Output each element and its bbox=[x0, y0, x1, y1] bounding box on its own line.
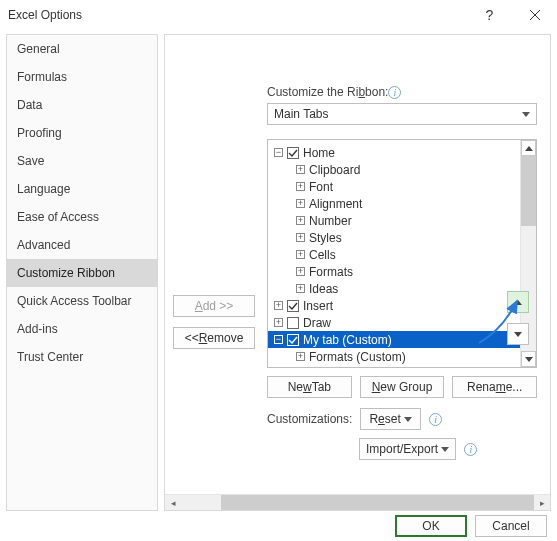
expand-icon[interactable]: + bbox=[274, 318, 283, 327]
tree-item-formats[interactable]: +Formats bbox=[268, 263, 520, 280]
scroll-left-button[interactable]: ◂ bbox=[165, 495, 181, 511]
info-icon[interactable]: i bbox=[464, 443, 477, 456]
dialog-footer: OK Cancel bbox=[0, 511, 557, 541]
tree-item-font[interactable]: +Font bbox=[268, 178, 520, 195]
sidebar-item-formulas[interactable]: Formulas bbox=[7, 63, 157, 91]
titlebar: Excel Options ? bbox=[0, 0, 557, 30]
chevron-down-icon bbox=[441, 447, 449, 452]
tree-item-number[interactable]: +Number bbox=[268, 212, 520, 229]
expand-icon[interactable]: + bbox=[296, 216, 305, 225]
expand-icon[interactable]: + bbox=[296, 284, 305, 293]
expand-icon[interactable]: + bbox=[296, 199, 305, 208]
remove-button[interactable]: << Remove bbox=[173, 327, 255, 349]
tab-action-buttons: New Tab New Group Rename... bbox=[267, 376, 537, 398]
cancel-button[interactable]: Cancel bbox=[475, 515, 547, 537]
tree-item-styles[interactable]: +Styles bbox=[268, 229, 520, 246]
expand-icon[interactable]: + bbox=[296, 250, 305, 259]
category-sidebar: General Formulas Data Proofing Save Lang… bbox=[6, 34, 158, 511]
customizations-row: Customizations: Reset i bbox=[267, 408, 537, 430]
main-area: General Formulas Data Proofing Save Lang… bbox=[0, 30, 557, 511]
content-panel: Add >> << Remove Customize the Ribbon:i … bbox=[164, 34, 551, 511]
expand-icon[interactable]: + bbox=[296, 165, 305, 174]
expand-icon[interactable]: + bbox=[296, 233, 305, 242]
sidebar-item-general[interactable]: General bbox=[7, 35, 157, 63]
add-remove-group: Add >> << Remove bbox=[173, 295, 255, 349]
import-export-button[interactable]: Import/Export bbox=[359, 438, 456, 460]
new-tab-button[interactable]: New Tab bbox=[267, 376, 352, 398]
content-horizontal-scrollbar[interactable]: ◂ ▸ bbox=[165, 494, 550, 510]
tree-item-cells[interactable]: +Cells bbox=[268, 246, 520, 263]
info-icon[interactable]: i bbox=[388, 86, 401, 99]
sidebar-item-proofing[interactable]: Proofing bbox=[7, 119, 157, 147]
tree-item-alignment[interactable]: +Alignment bbox=[268, 195, 520, 212]
triangle-down-icon bbox=[514, 332, 522, 337]
triangle-up-icon bbox=[525, 146, 533, 151]
triangle-down-icon bbox=[525, 357, 533, 362]
tree-item-ideas[interactable]: +Ideas bbox=[268, 280, 520, 297]
customize-ribbon-label: Customize the Ribbon:i bbox=[267, 85, 537, 99]
sidebar-item-language[interactable]: Language bbox=[7, 175, 157, 203]
tree-item-insert[interactable]: + Insert bbox=[268, 297, 520, 314]
chevron-down-icon bbox=[404, 417, 412, 422]
scroll-up-button[interactable] bbox=[521, 140, 536, 156]
expand-icon[interactable]: + bbox=[296, 267, 305, 276]
tree-item-clipboard[interactable]: +Clipboard bbox=[268, 161, 520, 178]
close-button[interactable] bbox=[512, 0, 557, 30]
scrollbar-thumb[interactable] bbox=[221, 495, 534, 510]
scrollbar-track[interactable] bbox=[181, 495, 534, 510]
collapse-icon[interactable]: − bbox=[274, 335, 283, 344]
ok-button[interactable]: OK bbox=[395, 515, 467, 537]
move-down-button[interactable] bbox=[507, 323, 529, 345]
dropdown-value: Main Tabs bbox=[274, 107, 522, 121]
checkbox-checked-icon[interactable] bbox=[287, 334, 299, 346]
reset-button[interactable]: Reset bbox=[360, 408, 421, 430]
checkbox-checked-icon[interactable] bbox=[287, 300, 299, 312]
info-icon[interactable]: i bbox=[429, 413, 442, 426]
chevron-down-icon bbox=[522, 112, 530, 117]
sidebar-item-add-ins[interactable]: Add-ins bbox=[7, 315, 157, 343]
rename-button[interactable]: Rename... bbox=[452, 376, 537, 398]
checkbox-checked-icon[interactable] bbox=[287, 147, 299, 159]
tree-item-home[interactable]: − Home bbox=[268, 144, 520, 161]
tree-item-formats-custom[interactable]: +Formats (Custom) bbox=[268, 348, 520, 365]
scrollbar-thumb[interactable] bbox=[521, 156, 536, 226]
sidebar-item-save[interactable]: Save bbox=[7, 147, 157, 175]
scroll-right-button[interactable]: ▸ bbox=[534, 495, 550, 511]
ribbon-tree: − Home +Clipboard +Font +Alignment +Numb… bbox=[267, 139, 537, 368]
window-title: Excel Options bbox=[8, 8, 467, 22]
sidebar-item-ease-of-access[interactable]: Ease of Access bbox=[7, 203, 157, 231]
scroll-down-button[interactable] bbox=[521, 351, 536, 367]
ribbon-panel: Customize the Ribbon:i Main Tabs − Home … bbox=[267, 85, 537, 460]
ribbon-scope-dropdown[interactable]: Main Tabs bbox=[267, 103, 537, 125]
expand-icon[interactable]: + bbox=[296, 182, 305, 191]
collapse-icon[interactable]: − bbox=[274, 148, 283, 157]
sidebar-item-advanced[interactable]: Advanced bbox=[7, 231, 157, 259]
help-button[interactable]: ? bbox=[467, 0, 512, 30]
sidebar-item-trust-center[interactable]: Trust Center bbox=[7, 343, 157, 371]
reorder-buttons bbox=[507, 291, 529, 345]
sidebar-item-customize-ribbon[interactable]: Customize Ribbon bbox=[7, 259, 157, 287]
sidebar-item-data[interactable]: Data bbox=[7, 91, 157, 119]
tree-item-my-tab[interactable]: − My tab (Custom) bbox=[268, 331, 520, 348]
move-up-button[interactable] bbox=[507, 291, 529, 313]
close-icon bbox=[529, 9, 541, 21]
sidebar-item-quick-access-toolbar[interactable]: Quick Access Toolbar bbox=[7, 287, 157, 315]
import-export-row: Import/Export i bbox=[267, 438, 537, 460]
expand-icon[interactable]: + bbox=[274, 301, 283, 310]
checkbox-unchecked-icon[interactable] bbox=[287, 317, 299, 329]
tree-item-draw[interactable]: + Draw bbox=[268, 314, 520, 331]
add-button[interactable]: Add >> bbox=[173, 295, 255, 317]
expand-icon[interactable]: + bbox=[296, 352, 305, 361]
customizations-label: Customizations: bbox=[267, 412, 352, 426]
new-group-button[interactable]: New Group bbox=[360, 376, 445, 398]
triangle-up-icon bbox=[514, 300, 522, 305]
tree-body[interactable]: − Home +Clipboard +Font +Alignment +Numb… bbox=[268, 140, 520, 367]
tree-item-page-layout[interactable]: + Page Layout bbox=[268, 365, 520, 367]
